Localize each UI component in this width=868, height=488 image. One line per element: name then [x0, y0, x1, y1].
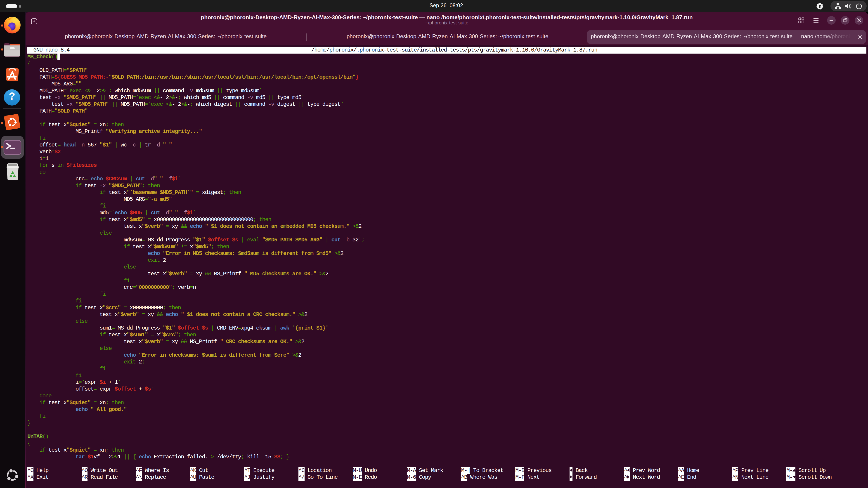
svg-text:?: ?: [9, 90, 15, 102]
